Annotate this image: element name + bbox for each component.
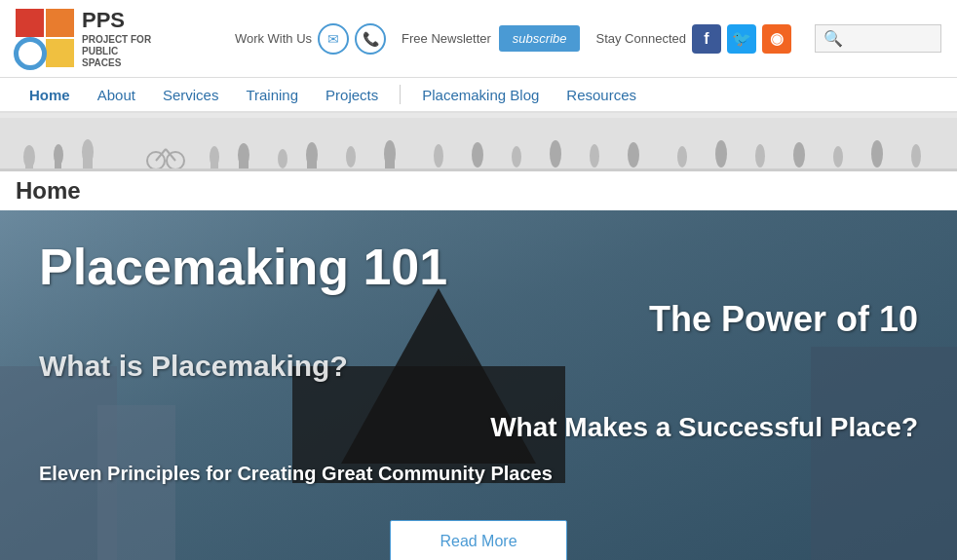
hero-title-makes: What Makes a Successful Place?: [490, 412, 918, 443]
svg-point-32: [871, 140, 883, 168]
facebook-icon[interactable]: f: [692, 24, 721, 54]
work-with-us: Work With Us ✉ 📞: [235, 23, 386, 55]
svg-point-18: [346, 146, 356, 168]
page-title-bar: Home: [0, 171, 957, 210]
svg-point-26: [628, 142, 639, 168]
phone-icon[interactable]: 📞: [355, 23, 386, 55]
read-more-button[interactable]: Read More: [390, 520, 566, 560]
silhouette-svg: [0, 118, 957, 171]
nav-services[interactable]: Services: [149, 77, 233, 112]
svg-point-29: [755, 144, 765, 168]
rss-icon[interactable]: ◉: [762, 24, 791, 54]
twitter-icon[interactable]: 🐦: [727, 24, 756, 54]
logo[interactable]: PPS PROJECT FOR PUBLIC SPACES: [16, 8, 151, 68]
search-area[interactable]: 🔍: [815, 24, 941, 53]
svg-point-31: [833, 146, 843, 168]
hero-content: Placemaking 101 The Power of 10 What is …: [0, 210, 957, 560]
svg-rect-34: [0, 168, 957, 171]
hero-title-main: Placemaking 101: [39, 240, 447, 295]
logo-text: PPS PROJECT FOR PUBLIC SPACES: [82, 8, 151, 68]
search-input[interactable]: [843, 31, 933, 46]
page-title: Home: [16, 177, 941, 205]
svg-rect-12: [211, 155, 218, 170]
svg-point-27: [677, 146, 687, 168]
newsletter-area: Free Newsletter subscribe: [402, 25, 580, 52]
svg-point-33: [911, 144, 921, 168]
silhouette-banner: [0, 113, 957, 171]
subscribe-button[interactable]: subscribe: [499, 25, 581, 52]
stay-connected-label: Stay Connected: [595, 31, 686, 46]
svg-point-30: [793, 142, 805, 168]
svg-rect-4: [55, 153, 61, 170]
nav-about[interactable]: About: [84, 77, 149, 112]
svg-rect-6: [83, 150, 93, 169]
svg-point-21: [434, 144, 443, 168]
svg-point-28: [715, 140, 727, 168]
svg-point-23: [512, 146, 521, 168]
hero-section: Placemaking 101 The Power of 10 What is …: [0, 210, 957, 560]
logo-squares: [16, 9, 74, 67]
stay-connected: Stay Connected f 🐦 ◉: [595, 24, 791, 54]
svg-point-22: [472, 142, 483, 168]
nav-divider: [400, 85, 401, 104]
free-newsletter-label: Free Newsletter: [402, 31, 491, 46]
work-with-us-label: Work With Us: [235, 31, 312, 46]
svg-point-15: [278, 149, 287, 168]
svg-rect-17: [307, 153, 317, 170]
logo-circle: [16, 39, 44, 67]
hero-subtitle: Eleven Principles for Creating Great Com…: [39, 463, 918, 485]
nav-blog[interactable]: Placemaking Blog: [408, 77, 553, 112]
nav-projects[interactable]: Projects: [312, 77, 392, 112]
logo-square-orange: [46, 9, 74, 37]
logo-square-yellow: [46, 39, 74, 67]
svg-point-24: [550, 140, 561, 168]
hero-title-what: What is Placemaking?: [39, 350, 918, 383]
svg-point-25: [590, 144, 599, 168]
site-header: PPS PROJECT FOR PUBLIC SPACES Work With …: [0, 0, 957, 78]
search-icon: 🔍: [823, 29, 843, 48]
svg-rect-2: [25, 155, 33, 170]
svg-rect-14: [239, 153, 249, 170]
nav-training[interactable]: Training: [232, 77, 312, 112]
nav-home[interactable]: Home: [16, 77, 84, 112]
nav-resources[interactable]: Resources: [553, 77, 650, 112]
logo-square-red: [16, 9, 44, 37]
header-right: Work With Us ✉ 📞 Free Newsletter subscri…: [235, 23, 941, 55]
hero-title-secondary: The Power of 10: [649, 299, 918, 340]
main-nav: Home About Services Training Projects Pl…: [0, 78, 957, 113]
email-icon[interactable]: ✉: [318, 23, 349, 55]
